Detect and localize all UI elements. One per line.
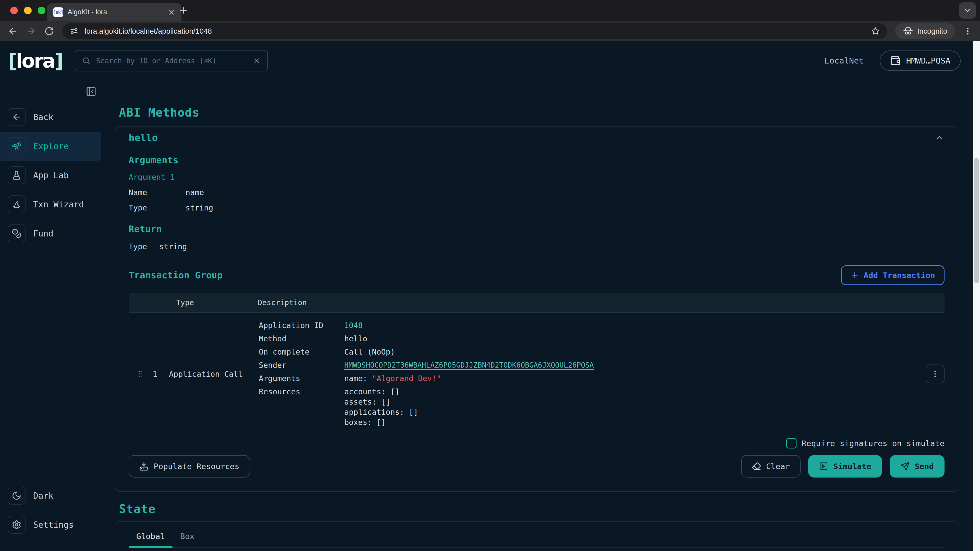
page-scrollbar[interactable] (973, 41, 980, 551)
field-sender: Sender HMWDSHQCOPD2T36WBAHLAZ6PO5GDJJZBN… (259, 361, 920, 370)
browser-menu-icon[interactable] (963, 27, 972, 36)
tab-close-icon[interactable] (168, 8, 175, 16)
argument-key: name: (344, 374, 367, 383)
return-type-row: Type string (129, 242, 945, 251)
connected-wallet-button[interactable]: HMWD…PQSA (880, 51, 961, 71)
sidebar-nav: Back Explore App Lab (0, 103, 101, 248)
sidebar-item-app-lab[interactable]: App Lab (0, 161, 101, 190)
search-input[interactable] (96, 56, 248, 65)
tab-favicon: [ak] (53, 7, 63, 17)
send-icon (900, 462, 910, 471)
method-header[interactable]: hello (129, 132, 945, 143)
argument-group-label: Argument 1 (129, 173, 945, 182)
sidebar-item-fund[interactable]: Fund (0, 219, 101, 248)
transaction-table-header: Type Description (129, 293, 945, 313)
send-button[interactable]: Send (890, 455, 945, 478)
sidebar-item-txn-wizard[interactable]: Txn Wizard (0, 190, 101, 219)
abi-methods-title: ABI Methods (119, 106, 958, 119)
resources-values: accounts: [] assets: [] applications: []… (344, 387, 418, 427)
coins-icon (8, 224, 25, 242)
application-id-link[interactable]: 1048 (344, 321, 363, 330)
require-signatures-checkbox[interactable] (786, 438, 797, 448)
plus-icon (850, 271, 859, 279)
lora-app: [lora] LocalNet HMWD…PQSA (0, 41, 973, 551)
search-clear-icon[interactable] (253, 57, 261, 65)
network-label[interactable]: LocalNet (824, 56, 864, 65)
scrollbar-thumb[interactable] (974, 158, 979, 283)
sidebar-item-explore[interactable]: Explore (0, 132, 101, 161)
gear-icon (8, 516, 25, 534)
eraser-icon (752, 462, 761, 471)
state-tabs: Global Box (129, 532, 945, 548)
field-on-complete: On complete Call (NoOp) (259, 348, 920, 356)
site-settings-icon[interactable] (69, 27, 79, 36)
clear-button[interactable]: Clear (741, 455, 800, 478)
transaction-table: Type Description 1 Application Call (129, 293, 945, 431)
simulate-button[interactable]: Simulate (808, 455, 882, 478)
wallet-address-short: HMWD…PQSA (906, 56, 950, 65)
drag-handle-icon[interactable] (136, 370, 144, 378)
browser-reload-icon[interactable] (45, 26, 54, 36)
column-description: Description (258, 298, 307, 307)
arrow-left-icon (8, 108, 25, 126)
argument-value: "Algorand Dev!" (372, 374, 441, 383)
chevron-up-icon[interactable] (934, 133, 945, 143)
bookmark-star-icon[interactable] (871, 27, 880, 36)
tab-title: AlgoKit - lora (68, 8, 163, 16)
global-search[interactable] (75, 50, 268, 71)
search-icon (82, 56, 91, 65)
incognito-icon (903, 26, 913, 36)
flask-icon (8, 166, 25, 184)
telescope-icon (8, 137, 25, 155)
sidebar-item-settings[interactable]: Settings (0, 510, 101, 539)
transaction-group-title: Transaction Group (129, 270, 223, 280)
footer-right-actions: Clear Simulate Send (741, 455, 945, 478)
zoom-window-button[interactable] (38, 6, 45, 14)
browser-tab[interactable]: [ak] AlgoKit - lora (47, 3, 181, 21)
column-type: Type (176, 298, 258, 307)
require-signatures-label: Require signatures on simulate (802, 439, 945, 448)
transaction-row-left: 1 Application Call (129, 370, 259, 379)
download-tray-icon (139, 462, 148, 471)
browser-forward-icon[interactable] (26, 26, 36, 36)
browser-toolbar: lora.algokit.io/localnet/application/104… (0, 21, 980, 41)
url-bar[interactable]: lora.algokit.io/localnet/application/104… (62, 23, 887, 39)
sidebar-collapse-icon[interactable] (86, 86, 97, 97)
state-card: Global Box (115, 521, 958, 551)
app-header: [lora] LocalNet HMWD…PQSA (0, 41, 973, 80)
close-window-button[interactable] (10, 6, 18, 14)
return-title: Return (129, 224, 945, 234)
sidebar-footer: Dark Settings (0, 481, 101, 539)
minimize-window-button[interactable] (24, 6, 32, 14)
method-name: hello (129, 132, 158, 143)
tab-global[interactable]: Global (129, 532, 172, 548)
transaction-row[interactable]: 1 Application Call Application ID 1048 M… (129, 313, 945, 431)
wizard-hat-icon (8, 195, 25, 213)
header-right: LocalNet HMWD…PQSA (824, 51, 965, 71)
sender-address-link[interactable]: HMWDSHQCOPD2T36WBAHLAZ6PO5GDJJZBN4D2TODK… (344, 361, 594, 370)
browser-back-icon[interactable] (8, 26, 18, 36)
argument-name-row: Name name (129, 188, 945, 197)
field-application-id: Application ID 1048 (259, 321, 920, 330)
transaction-actions: Populate Resources Clear (129, 455, 945, 478)
moon-icon (8, 487, 25, 505)
populate-resources-button[interactable]: Populate Resources (129, 455, 250, 478)
square-play-icon (819, 462, 828, 471)
sidebar-item-back[interactable]: Back (0, 103, 101, 132)
transaction-group-header: Transaction Group Add Transaction (129, 265, 945, 285)
tab-search-chevron-button[interactable] (959, 2, 976, 19)
url-text[interactable]: lora.algokit.io/localnet/application/104… (85, 27, 865, 35)
require-signatures-row: Require signatures on simulate (129, 438, 945, 448)
sidebar-item-theme-dark[interactable]: Dark (0, 481, 101, 510)
new-tab-button[interactable] (179, 6, 188, 15)
field-resources: Resources accounts: [] assets: [] applic… (259, 387, 920, 427)
abi-method-card: hello Arguments Argument 1 Name name Typ… (115, 126, 958, 492)
state-title: State (119, 502, 958, 516)
lora-logo[interactable]: [lora] (8, 49, 62, 72)
tab-box[interactable]: Box (172, 532, 202, 548)
add-transaction-button[interactable]: Add Transaction (841, 265, 945, 285)
transaction-description: Application ID 1048 Method hello On comp… (259, 321, 920, 427)
main-content: ABI Methods hello Arguments Argument 1 N… (101, 80, 973, 551)
argument-type-row: Type string (129, 203, 945, 212)
transaction-row-menu-button[interactable] (926, 365, 945, 383)
